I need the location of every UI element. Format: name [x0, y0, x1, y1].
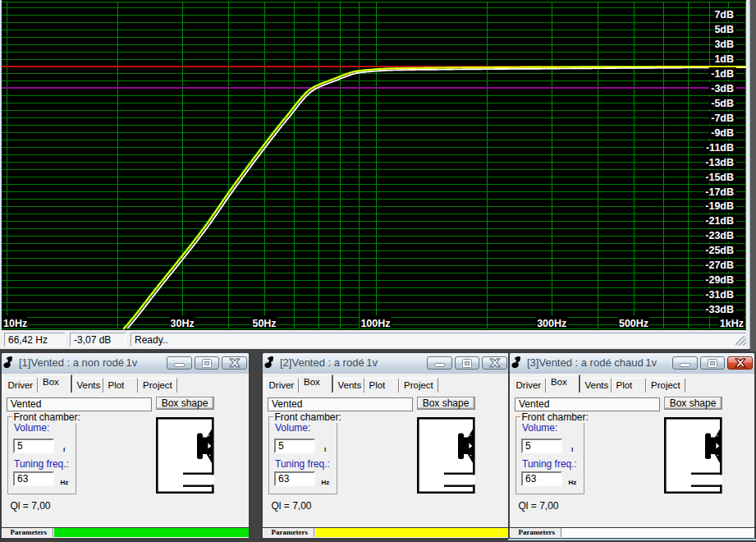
svg-text:-5dB: -5dB: [711, 98, 734, 109]
svg-text:-19dB: -19dB: [705, 200, 734, 212]
svg-text:1dB: 1dB: [714, 53, 734, 65]
svg-text:-33dB: -33dB: [705, 304, 734, 315]
svg-text:100Hz: 100Hz: [360, 318, 390, 329]
svg-text:-21dB: -21dB: [705, 215, 734, 227]
svg-text:-3dB: -3dB: [711, 83, 734, 94]
svg-text:10Hz: 10Hz: [3, 318, 27, 329]
svg-text:-11dB: -11dB: [706, 142, 734, 154]
svg-text:-7dB: -7dB: [711, 113, 734, 124]
svg-text:30Hz: 30Hz: [171, 318, 195, 329]
svg-text:3dB: 3dB: [714, 39, 734, 50]
svg-text:-17dB: -17dB: [705, 186, 734, 198]
svg-text:50Hz: 50Hz: [252, 318, 276, 329]
svg-text:-15dB: -15dB: [705, 172, 734, 183]
svg-text:7dB: 7dB: [714, 9, 734, 21]
svg-text:-1dB: -1dB: [711, 68, 734, 80]
svg-text:-27dB: -27dB: [705, 260, 734, 271]
svg-text:-23dB: -23dB: [705, 230, 734, 241]
svg-text:-9dB: -9dB: [711, 127, 734, 139]
svg-text:1kHz: 1kHz: [720, 318, 744, 329]
svg-text:-31dB: -31dB: [705, 289, 734, 301]
svg-text:-29dB: -29dB: [705, 274, 734, 286]
svg-text:-25dB: -25dB: [705, 245, 734, 256]
svg-text:-13dB: -13dB: [705, 157, 734, 168]
svg-text:300Hz: 300Hz: [537, 318, 566, 329]
svg-text:500Hz: 500Hz: [619, 318, 648, 329]
svg-text:5dB: 5dB: [714, 24, 734, 35]
